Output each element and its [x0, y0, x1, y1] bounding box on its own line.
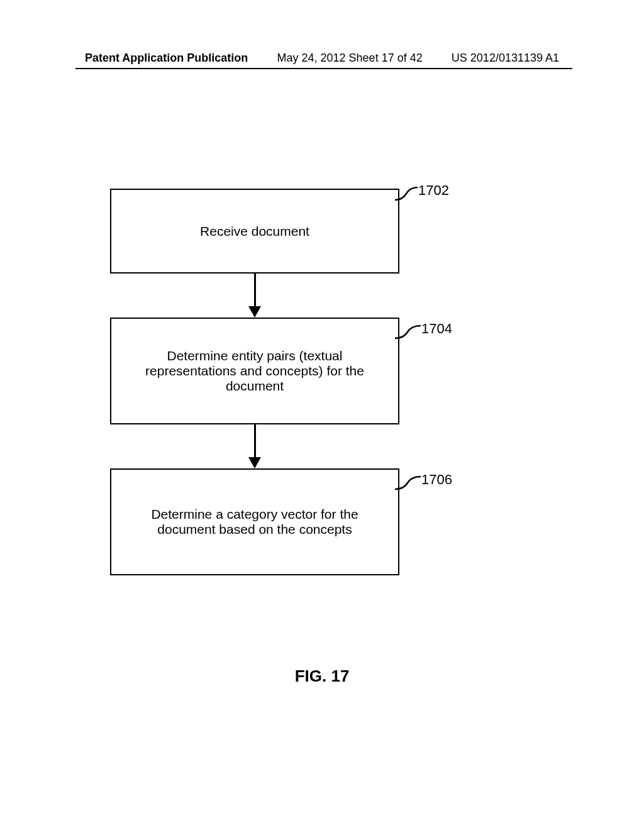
ref-connector-1706	[395, 475, 423, 494]
ref-connector-1704	[395, 324, 423, 343]
ref-label-1704: 1704	[421, 321, 452, 337]
arrow-line	[254, 424, 256, 457]
ref-connector-1702	[395, 186, 420, 205]
flowchart-box-entity-pairs: Determine entity pairs (textual represen…	[110, 318, 399, 424]
arrow-2-3	[110, 424, 399, 468]
page-header: Patent Application Publication May 24, 2…	[0, 52, 644, 65]
header-patent-number: US 2012/0131139 A1	[452, 52, 559, 65]
ref-label-1706: 1706	[421, 472, 452, 488]
figure-label: FIG. 17	[0, 667, 644, 686]
box2-text: Determine entity pairs (textual represen…	[130, 348, 379, 394]
arrow-head-icon	[248, 306, 261, 318]
header-date-sheet: May 24, 2012 Sheet 17 of 42	[277, 52, 423, 65]
arrow-1-2	[110, 274, 399, 318]
box3-text: Determine a category vector for the docu…	[130, 507, 379, 537]
flowchart: Receive document Determine entity pairs …	[104, 189, 459, 575]
flowchart-box-receive: Receive document	[110, 189, 399, 274]
arrow-head-icon	[248, 457, 261, 468]
arrow-line	[254, 274, 256, 306]
flowchart-box-category-vector: Determine a category vector for the docu…	[110, 468, 399, 575]
box1-text: Receive document	[200, 224, 309, 239]
ref-label-1702: 1702	[418, 182, 449, 199]
header-divider	[75, 68, 572, 69]
header-publication: Patent Application Publication	[85, 52, 248, 65]
